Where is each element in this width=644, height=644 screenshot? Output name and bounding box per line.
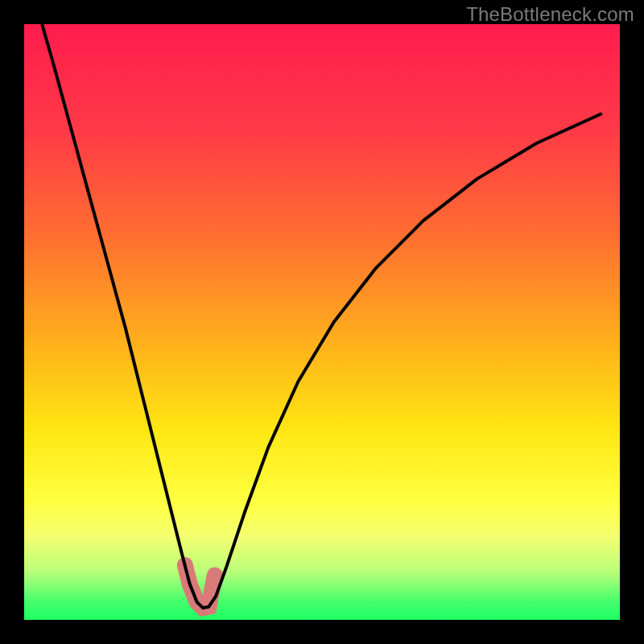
- watermark-text: TheBottleneck.com: [466, 3, 634, 26]
- bottleneck-curve-series: [42, 24, 602, 608]
- chart-frame: TheBottleneck.com: [0, 0, 644, 644]
- chart-curve-layer: [24, 24, 620, 620]
